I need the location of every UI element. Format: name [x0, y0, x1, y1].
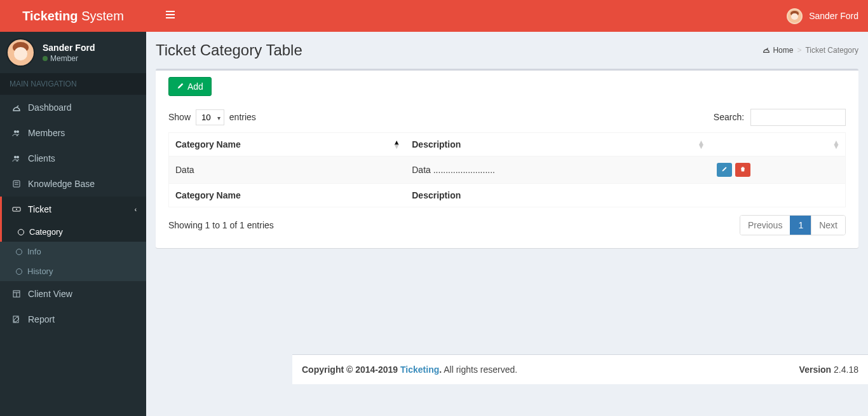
- user-status: Member: [43, 54, 95, 63]
- edit-icon: [11, 315, 22, 324]
- ticket-icon: [11, 205, 22, 214]
- svg-point-1: [17, 130, 19, 133]
- columns-icon: [11, 289, 22, 298]
- edit-button[interactable]: [717, 163, 732, 177]
- pencil-icon: [721, 165, 728, 174]
- sidebar-toggle[interactable]: [156, 1, 185, 31]
- sidebar-item-dashboard[interactable]: Dashboard: [0, 95, 146, 120]
- search-input[interactable]: [750, 109, 846, 126]
- sidebar-item-members[interactable]: Members: [0, 120, 146, 146]
- dashboard-icon: [11, 103, 22, 112]
- sort-icon: ▲▼: [832, 141, 840, 148]
- users-icon: [11, 154, 22, 163]
- entries-length: Show 10 entries: [168, 109, 256, 125]
- online-dot-icon: [43, 56, 48, 61]
- footer-link[interactable]: Ticketing: [400, 364, 439, 375]
- avatar-icon: [787, 8, 803, 24]
- search-box: Search:: [714, 109, 846, 126]
- sidebar-item-report[interactable]: Report: [0, 307, 146, 332]
- sidebar-sub-info[interactable]: Info: [0, 242, 146, 261]
- col-footer-actions: [710, 184, 846, 207]
- users-icon: [11, 128, 22, 137]
- circle-icon: [16, 249, 22, 255]
- user-panel: Sander Ford Member: [0, 32, 146, 73]
- breadcrumb: Home > Ticket Category: [763, 46, 858, 55]
- cell-description: Data .........................: [405, 156, 710, 184]
- col-header-name[interactable]: Category Name▲▼: [169, 133, 406, 156]
- cell-actions: [710, 156, 846, 184]
- svg-rect-4: [13, 181, 20, 187]
- sidebar: Sander Ford Member MAIN NAVIGATION Dashb…: [0, 32, 146, 416]
- footer: Copyright © 2014-2019 Ticketing. All rig…: [292, 354, 868, 384]
- user-menu[interactable]: Sander Ford: [787, 8, 858, 24]
- col-footer-description: Description: [405, 184, 710, 207]
- sidebar-username: Sander Ford: [43, 43, 95, 53]
- sort-icon: ▲▼: [393, 141, 400, 148]
- bars-icon: [165, 10, 175, 19]
- page-number[interactable]: 1: [790, 216, 811, 235]
- content-box: Add Show 10 entries Search:: [156, 69, 858, 248]
- pencil-icon: [177, 81, 184, 92]
- col-footer-name: Category Name: [169, 184, 406, 207]
- cell-name: Data: [169, 156, 406, 184]
- page-next[interactable]: Next: [811, 216, 845, 235]
- sort-icon: ▲▼: [698, 141, 705, 148]
- delete-button[interactable]: [735, 163, 750, 177]
- sidebar-sub-category[interactable]: Category: [0, 222, 146, 242]
- breadcrumb-home[interactable]: Home: [763, 46, 793, 55]
- page-previous[interactable]: Previous: [740, 216, 790, 235]
- add-button[interactable]: Add: [168, 77, 212, 96]
- page-title: Ticket Category Table: [156, 41, 302, 59]
- sidebar-item-client-view[interactable]: Client View: [0, 281, 146, 307]
- breadcrumb-active: Ticket Category: [805, 46, 858, 55]
- dashboard-icon: [763, 46, 770, 55]
- brand-logo[interactable]: Ticketing System: [0, 0, 146, 32]
- circle-icon: [16, 268, 22, 275]
- pagination: Previous 1 Next: [740, 215, 846, 235]
- sidebar-sub-history[interactable]: History: [0, 261, 146, 281]
- sidebar-item-ticket[interactable]: Ticket‹: [0, 197, 146, 222]
- circle-icon: [18, 229, 24, 235]
- col-header-description[interactable]: Description▲▼: [405, 133, 710, 156]
- svg-point-3: [17, 156, 19, 158]
- chevron-left-icon: ‹: [135, 206, 137, 213]
- breadcrumb-separator: >: [797, 46, 801, 55]
- sidebar-item-clients[interactable]: Clients: [0, 146, 146, 171]
- navbar-username: Sander Ford: [809, 11, 858, 21]
- sidebar-item-knowledge-base[interactable]: Knowledge Base: [0, 171, 146, 197]
- sidebar-section-header: MAIN NAVIGATION: [0, 73, 146, 95]
- book-icon: [11, 179, 22, 188]
- svg-point-8: [16, 209, 17, 210]
- avatar-icon: [6, 38, 35, 67]
- table-info: Showing 1 to 1 of 1 entries: [168, 220, 274, 230]
- category-table: Category Name▲▼ Description▲▼ ▲▼ Data Da…: [168, 132, 846, 207]
- col-header-actions[interactable]: ▲▼: [710, 133, 846, 156]
- svg-point-2: [14, 156, 17, 158]
- table-row: Data Data .........................: [169, 156, 846, 184]
- svg-point-0: [14, 130, 17, 133]
- entries-select[interactable]: 10: [196, 109, 224, 125]
- trash-icon: [740, 165, 746, 174]
